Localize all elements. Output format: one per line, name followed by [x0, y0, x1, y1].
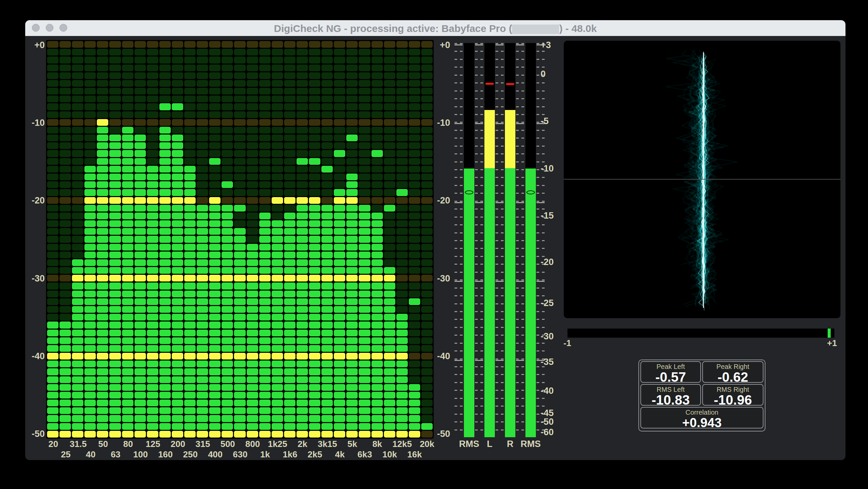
spectrum-cell [147, 189, 158, 196]
spectrum-cell [359, 337, 370, 344]
spectrum-cell [184, 80, 196, 87]
spectrum-cell [134, 330, 146, 336]
title-bar[interactable]: DigiCheck NG - processing active: Babyfa… [25, 20, 845, 36]
spectrum-cell [184, 49, 196, 56]
spectrum-cell [384, 368, 395, 375]
spectrum-cell [72, 41, 83, 48]
spectrum-cell [234, 111, 245, 118]
spectrum-cell [259, 291, 271, 297]
spectrum-cell [72, 181, 83, 188]
spectrum-cell [72, 330, 83, 336]
spectrum-cell [97, 166, 108, 173]
freq-label: 16k [407, 449, 422, 460]
spectrum-cell [259, 407, 271, 414]
spectrum-cell [309, 41, 320, 48]
spectrum-cell [84, 142, 96, 149]
spectrum-cell [384, 158, 395, 165]
spectrum-cell [84, 189, 96, 196]
spectrum-cell [209, 49, 220, 56]
spectrum-cell [409, 174, 420, 180]
spectrum-cell [172, 384, 183, 391]
spectrum-cell [184, 127, 196, 133]
spectrum-cell [221, 361, 233, 367]
spectrum-cell [272, 345, 283, 352]
spectrum-cell [122, 95, 133, 102]
meter-green-fill [525, 169, 536, 437]
spectrum-cell [221, 65, 233, 71]
spectrum-cell [122, 291, 133, 297]
spectrum-cell [384, 306, 395, 313]
spectrum-cell [72, 134, 83, 141]
spectrum-cell [184, 189, 196, 196]
spectrum-cell [172, 267, 183, 274]
spectrum-cell [197, 415, 208, 422]
spectrum-cell [134, 353, 146, 360]
spectrum-cell [259, 244, 271, 250]
spectrum-cell [284, 150, 296, 157]
spectrum-cell [147, 275, 158, 281]
spectrum-cell [396, 134, 408, 141]
spectrum-cell [134, 431, 146, 437]
tick-marks-major [536, 44, 545, 438]
spectrum-cell [197, 88, 208, 94]
spectrum-cell [221, 322, 233, 328]
spectrum-cell [97, 49, 108, 56]
spectrum-cell [359, 134, 370, 141]
spectrum-cell [409, 361, 420, 367]
spectrum-cell [234, 407, 245, 414]
db-label-shared: -30 [435, 273, 450, 284]
spectrum-cell [172, 111, 183, 118]
correlation-marker [828, 329, 831, 338]
spectrum-cell [334, 322, 345, 328]
spectrum-cell [421, 57, 433, 63]
spectrum-cell [384, 72, 395, 79]
spectrum-cell [172, 423, 183, 430]
spectrum-cell [197, 213, 208, 219]
spectrum-cell [321, 134, 333, 141]
spectrum-cell [134, 150, 146, 157]
spectrum-cell [396, 119, 408, 126]
spectrum-cell [184, 213, 196, 219]
spectrum-cell [309, 353, 320, 360]
spectrum-cell [122, 251, 133, 258]
spectrum-cell [159, 236, 171, 243]
spectrum-cell [321, 49, 333, 56]
spectrum-cell [421, 400, 433, 406]
spectrum-cell [371, 407, 383, 414]
spectrum-cell [259, 298, 271, 305]
spectrum-cell [209, 353, 220, 360]
spectrum-cell [60, 49, 71, 56]
spectrum-cell [184, 158, 196, 165]
spectrum-cell [384, 361, 395, 367]
spectrum-cell [134, 361, 146, 367]
spectrum-cell [259, 111, 271, 118]
spectrum-cell [147, 368, 158, 375]
spectrum-cell [72, 400, 83, 406]
spectrum-cell [72, 127, 83, 133]
spectrum-cell [421, 49, 433, 56]
spectrum-cell [109, 314, 121, 320]
spectrum-cell [172, 142, 183, 149]
spectrum-cell [147, 80, 158, 87]
spectrum-db-label-left: -40 [26, 351, 45, 362]
spectrum-cell [172, 95, 183, 102]
spectrum-cell [109, 205, 121, 212]
spectrum-cell [122, 259, 133, 266]
spectrum-cell [421, 376, 433, 383]
spectrum-cell [309, 57, 320, 63]
spectrum-cell [359, 57, 370, 63]
spectrum-cell [384, 400, 395, 406]
spectrum-cell [321, 298, 333, 305]
spectrum-cell [122, 166, 133, 173]
spectrum-cell [97, 158, 108, 165]
spectrum-cell [134, 298, 146, 305]
spectrum-cell [384, 103, 395, 110]
spectrum-cell [184, 134, 196, 141]
spectrum-cell [409, 431, 420, 437]
spectrum-cell [321, 88, 333, 94]
spectrum-cell [47, 251, 59, 258]
meter-green-fill [464, 169, 474, 437]
spectrum-cell [147, 103, 158, 110]
spectrum-cell [309, 298, 320, 305]
spectrum-cell [234, 189, 245, 196]
